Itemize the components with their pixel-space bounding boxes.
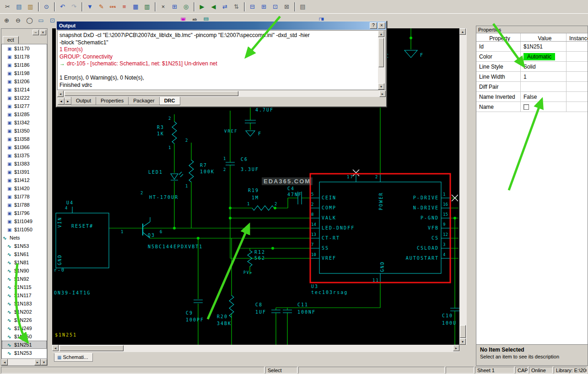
output-titlebar[interactable]: Output ? × [57, 21, 386, 30]
tree-item-instance[interactable]: ▣$1I350 [2, 127, 47, 135]
undo-icon[interactable]: ↶ [57, 2, 68, 12]
zoom-out-icon[interactable]: ⊖ [13, 15, 23, 25]
tab-scroll-right-icon[interactable]: ► [65, 98, 71, 105]
snap-grid-icon[interactable]: ⊡ [270, 2, 281, 12]
property-value-cell[interactable]: False [521, 92, 566, 102]
scroll-left-icon[interactable]: ◄ [52, 345, 59, 351]
tree-item-net[interactable]: ∿$1N61 [2, 250, 47, 258]
tree-item-instance[interactable]: ▣$1I277 [2, 102, 47, 110]
measure-icon[interactable]: ⇅ [231, 2, 242, 12]
navigator-minimize-button[interactable]: − [32, 30, 39, 35]
ces-icon[interactable]: ces [108, 2, 118, 12]
tab-packager[interactable]: Packager [128, 97, 159, 105]
scroll-track[interactable] [459, 35, 467, 338]
tree-item-net[interactable]: ∿$1N202 [2, 308, 47, 316]
close-button[interactable]: × [378, 22, 385, 29]
tree-item-instance[interactable]: ▣$1I375 [2, 151, 47, 160]
zoom-full-icon[interactable]: ◯ [24, 15, 35, 25]
scroll-thumb[interactable] [65, 91, 238, 96]
tree-item-instance[interactable]: ▣$1I778 [2, 192, 47, 201]
output-log[interactable]: snapshot DxD -cl "E:\2007\PCB\2007dx_lib… [57, 30, 386, 90]
tree-item-net[interactable]: ∿$1N226 [2, 316, 47, 324]
property-name-cell[interactable]: Diff Pair [476, 82, 521, 91]
scroll-down-icon[interactable]: ▼ [41, 359, 47, 365]
paste-icon[interactable]: ▥ [25, 2, 36, 12]
property-value-cell[interactable]: 1 [521, 72, 566, 81]
tree-item-net[interactable]: ∿$1N90 [2, 267, 47, 275]
tree-item-instance[interactable]: ▣$1I342 [2, 118, 47, 127]
sheet-view-icon[interactable]: ▭ [36, 15, 46, 25]
tree-item-instance[interactable]: ▣$1I214 [2, 85, 47, 94]
tree-node-nets[interactable]: ∿Nets [2, 234, 47, 242]
redo-icon[interactable]: ↷ [69, 2, 79, 12]
tree-item-instance[interactable]: ▣$1I358 [2, 135, 47, 143]
tree-item-instance[interactable]: ▣$1I796 [2, 209, 47, 217]
tab-properties[interactable]: Properties [96, 97, 129, 105]
navigator-hscrollbar[interactable]: ◄ ► ▼ [1, 359, 47, 365]
output-hscrollbar[interactable]: ◄ ► [57, 91, 386, 97]
property-instance-cell[interactable] [566, 82, 588, 91]
tree-item-net[interactable]: ∿$1N115 [2, 283, 47, 291]
scroll-track[interactable] [8, 359, 34, 365]
scroll-left-icon[interactable]: ◄ [57, 91, 64, 97]
tree-item-instance[interactable]: ▣$1I366 [2, 143, 47, 151]
scroll-right-icon[interactable]: ► [34, 359, 41, 365]
property-instance-cell[interactable] [566, 52, 588, 61]
zoom-in-icon[interactable]: ⊕ [1, 15, 12, 25]
canvas-hscrollbar[interactable]: ◄ ► [52, 345, 459, 352]
tab-drc[interactable]: DRC [159, 97, 180, 105]
property-instance-cell[interactable] [566, 102, 588, 112]
tree-item-instance[interactable]: ▣$1I186 [2, 61, 47, 69]
navigator-close-button[interactable]: × [40, 30, 46, 35]
align-left-icon[interactable]: ⊟ [247, 2, 258, 12]
tree-item-instance[interactable]: ▣$1I383 [2, 160, 47, 168]
property-instance-cell[interactable] [566, 92, 588, 102]
tree-item-net[interactable]: ∿$1N253 [2, 349, 47, 357]
tab-project[interactable]: ect [3, 36, 19, 44]
scroll-left-icon[interactable]: ◄ [1, 359, 8, 365]
property-instance-cell[interactable] [566, 42, 588, 51]
library-icon[interactable]: ▥ [142, 2, 152, 12]
distribute-icon[interactable]: ⊠ [281, 2, 292, 12]
property-value-cell[interactable]: Solid [521, 62, 566, 71]
property-name-cell[interactable]: Name [476, 102, 521, 112]
flip-icon[interactable]: ◀ [208, 2, 219, 12]
tree-item-instance[interactable]: ▣$1I170 [2, 44, 47, 53]
run-icon[interactable]: ▶ [197, 2, 207, 12]
tab-output[interactable]: Output [71, 97, 96, 105]
scroll-down-icon[interactable]: ▼ [459, 338, 466, 345]
property-name-cell[interactable]: Line Width [476, 72, 521, 81]
scroll-up-icon[interactable]: ▲ [459, 28, 466, 35]
swap-icon[interactable]: ⇄ [220, 2, 230, 12]
tree-item-net[interactable]: ∿$1N249 [2, 324, 47, 332]
tree-item-instance[interactable]: ▣$1I788 [2, 201, 47, 209]
scroll-right-icon[interactable]: ► [453, 345, 459, 351]
tree-item-net[interactable]: ∿$1N250 [2, 332, 47, 341]
list-icon[interactable]: ≡ [119, 2, 129, 12]
scroll-right-icon[interactable]: ► [379, 91, 386, 97]
tree-item-instance[interactable]: ▣$1I285 [2, 110, 47, 118]
tree-item-instance[interactable]: ▣$1I1049 [2, 217, 47, 225]
align-center-icon[interactable]: ⊞ [259, 2, 269, 12]
scroll-track[interactable] [59, 345, 453, 352]
copy-icon[interactable]: ▤ [14, 2, 24, 12]
property-name-cell[interactable]: Id [476, 42, 521, 51]
scroll-thumb[interactable] [460, 325, 466, 338]
output-vscrollbar[interactable]: ▲ ▼ [378, 31, 385, 90]
tree-item-net[interactable]: ∿$1N92 [2, 275, 47, 283]
pencil-icon[interactable]: ✎ [96, 2, 107, 12]
scroll-down-icon[interactable]: ▼ [378, 83, 384, 90]
tree-item-net[interactable]: ∿$1N53 [2, 242, 47, 250]
scroll-track[interactable] [64, 91, 379, 97]
property-instance-cell[interactable] [566, 62, 588, 71]
tree-item-net[interactable]: ∿$1N81 [2, 258, 47, 267]
canvas-vscrollbar[interactable]: ▲ ▼ [459, 28, 467, 345]
tree-item-net[interactable]: ∿$1N183 [2, 299, 47, 308]
cut-icon[interactable]: ✂ [2, 2, 13, 12]
scroll-thumb[interactable] [59, 345, 124, 351]
property-name-cell[interactable]: Name Inverted [476, 92, 521, 102]
output-window[interactable]: Output ? × snapshot DxD -cl "E:\2007\PCB… [56, 21, 387, 107]
find-icon[interactable]: ⊙ [41, 2, 52, 12]
property-name-cell[interactable]: Color [476, 52, 521, 61]
scroll-up-icon[interactable]: ▲ [378, 31, 384, 37]
